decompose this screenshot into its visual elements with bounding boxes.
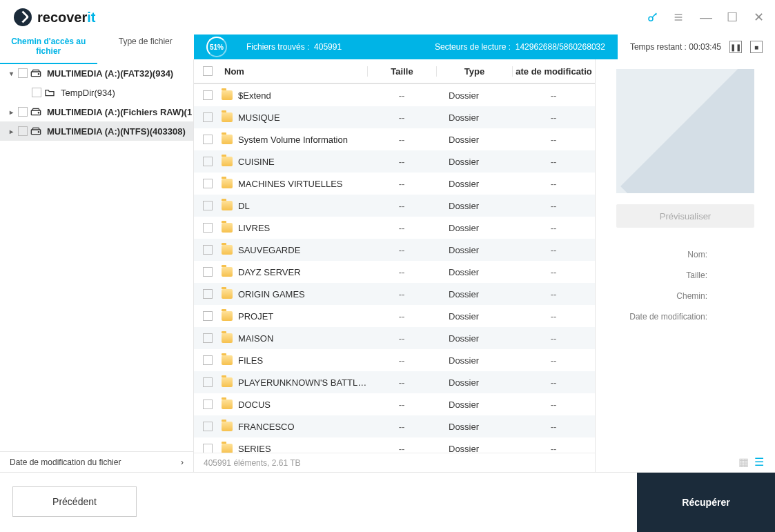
preview-fields: Nom: Taille: Chemin: Date de modificatio… xyxy=(608,244,763,327)
file-type: Dossier xyxy=(436,179,512,189)
date-filter[interactable]: Date de modification du fichier › xyxy=(0,451,193,472)
col-name[interactable]: Nom xyxy=(222,66,367,77)
close-button[interactable]: ✕ xyxy=(752,10,765,25)
table-row[interactable]: FILES--Dossier-- xyxy=(194,349,595,371)
folder-icon xyxy=(222,311,233,321)
row-checkbox[interactable] xyxy=(203,400,213,409)
file-date: -- xyxy=(512,157,595,167)
table-row[interactable]: System Volume Information--Dossier-- xyxy=(194,128,595,150)
svg-point-5 xyxy=(38,74,39,75)
file-size: -- xyxy=(367,157,436,167)
window-controls: — ☐ ✕ xyxy=(647,10,765,25)
file-date: -- xyxy=(512,267,595,277)
table-row[interactable]: DL--Dossier-- xyxy=(194,195,595,217)
file-date: -- xyxy=(512,422,595,432)
row-checkbox[interactable] xyxy=(203,333,213,343)
row-checkbox[interactable] xyxy=(203,223,213,233)
file-name: LIVRES xyxy=(238,223,367,233)
list-header: Nom Taille Type ate de modificatio xyxy=(194,59,595,84)
col-type[interactable]: Type xyxy=(436,66,512,77)
tree-item[interactable]: ▸MULTIMEDIA (A:)(NTFS)(403308) xyxy=(0,121,193,141)
folder-icon xyxy=(44,88,55,97)
row-checkbox[interactable] xyxy=(203,245,213,255)
maximize-button[interactable]: ☐ xyxy=(725,10,739,25)
table-row[interactable]: $Extend--Dossier-- xyxy=(194,84,595,106)
file-name: PROJET xyxy=(238,311,367,322)
expand-icon[interactable]: ▾ xyxy=(7,70,15,77)
list-view-icon[interactable]: ☰ xyxy=(754,455,764,469)
table-row[interactable]: CUISINE--Dossier-- xyxy=(194,150,595,173)
col-size[interactable]: Taille xyxy=(367,66,436,77)
file-name: MACHINES VIRTUELLES xyxy=(238,179,367,189)
file-size: -- xyxy=(367,201,436,211)
table-row[interactable]: SAUVEGARDE--Dossier-- xyxy=(194,239,595,261)
table-row[interactable]: DAYZ SERVER--Dossier-- xyxy=(194,261,595,283)
row-checkbox[interactable] xyxy=(203,422,213,431)
table-row[interactable]: MAISON--Dossier-- xyxy=(194,327,595,349)
table-row[interactable]: DOCUS--Dossier-- xyxy=(194,393,595,415)
preview-button[interactable]: Prévisualiser xyxy=(616,204,754,228)
tree-label: MULTIMEDIA (A:)(Fichiers RAW)(1 xyxy=(47,107,192,117)
table-row[interactable]: LIVRES--Dossier-- xyxy=(194,217,595,239)
row-checkbox[interactable] xyxy=(203,377,213,387)
table-row[interactable]: PROJET--Dossier-- xyxy=(194,305,595,327)
table-row[interactable]: ORIGIN GAMES--Dossier-- xyxy=(194,283,595,305)
tree-checkbox[interactable] xyxy=(32,88,41,97)
row-checkbox[interactable] xyxy=(203,444,213,453)
row-checkbox[interactable] xyxy=(203,267,213,277)
file-date: -- xyxy=(512,311,595,322)
file-type: Dossier xyxy=(436,422,512,432)
table-row[interactable]: MUSIQUE--Dossier-- xyxy=(194,106,595,128)
row-checkbox[interactable] xyxy=(203,311,213,321)
table-row[interactable]: SERIES--Dossier-- xyxy=(194,437,595,453)
tree-checkbox[interactable] xyxy=(18,126,28,136)
recover-button[interactable]: Récupérer xyxy=(637,473,775,532)
select-all-checkbox[interactable] xyxy=(203,66,213,76)
minimize-button[interactable]: — xyxy=(699,10,713,25)
expand-icon[interactable]: ▸ xyxy=(7,108,15,116)
folder-icon xyxy=(222,223,233,233)
preview-name-label: Nom: xyxy=(608,244,763,265)
file-size: -- xyxy=(367,90,436,101)
file-size: -- xyxy=(367,355,436,366)
menu-icon[interactable] xyxy=(673,12,687,23)
file-name: $Extend xyxy=(238,90,367,101)
folder-icon xyxy=(222,377,233,387)
stop-button[interactable]: ■ xyxy=(750,41,763,53)
file-date: -- xyxy=(512,377,595,388)
app-name-accent: it xyxy=(87,10,95,25)
key-icon[interactable] xyxy=(647,11,660,23)
expand-icon[interactable]: ▸ xyxy=(7,128,15,135)
table-row[interactable]: FRANCESCO--Dossier-- xyxy=(194,415,595,437)
file-type: Dossier xyxy=(436,444,512,453)
file-date: -- xyxy=(512,355,595,366)
tree-item[interactable]: TempDir(934) xyxy=(0,83,193,102)
grid-view-icon[interactable]: ▦ xyxy=(738,455,749,469)
file-name: MUSIQUE xyxy=(238,112,367,123)
row-checkbox[interactable] xyxy=(203,355,213,365)
col-date[interactable]: ate de modificatio xyxy=(512,66,595,77)
table-row[interactable]: MACHINES VIRTUELLES--Dossier-- xyxy=(194,173,595,195)
row-checkbox[interactable] xyxy=(203,157,213,166)
tree-item[interactable]: ▾MULTIMEDIA (A:)(FAT32)(934) xyxy=(0,63,193,83)
app-name-prefix: recover xyxy=(37,10,87,25)
row-checkbox[interactable] xyxy=(203,201,213,210)
table-row[interactable]: PLAYERUNKNOWN'S BATTLEGROUN...--Dossier-… xyxy=(194,371,595,393)
row-checkbox[interactable] xyxy=(203,90,213,100)
row-checkbox[interactable] xyxy=(203,289,213,299)
tree-checkbox[interactable] xyxy=(18,107,28,117)
logo-icon xyxy=(14,8,32,26)
previous-button[interactable]: Précédent xyxy=(12,486,137,517)
row-checkbox[interactable] xyxy=(203,112,213,122)
pause-button[interactable]: ❚❚ xyxy=(729,41,742,53)
file-name: DL xyxy=(238,201,367,211)
file-date: -- xyxy=(512,90,595,101)
file-date: -- xyxy=(512,333,595,344)
file-name: SERIES xyxy=(238,444,367,453)
file-type: Dossier xyxy=(436,223,512,233)
row-checkbox[interactable] xyxy=(203,179,213,188)
row-checkbox[interactable] xyxy=(203,135,213,144)
preview-size-label: Taille: xyxy=(608,265,763,286)
tree-checkbox[interactable] xyxy=(18,68,28,78)
tree-item[interactable]: ▸MULTIMEDIA (A:)(Fichiers RAW)(1 xyxy=(0,102,193,121)
